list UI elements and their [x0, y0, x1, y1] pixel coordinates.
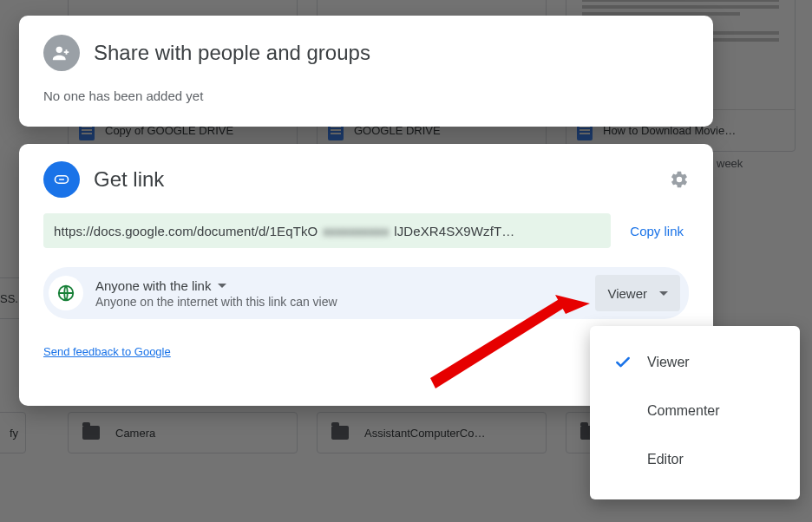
role-option-label: Commenter [647, 403, 720, 419]
settings-icon[interactable] [670, 170, 689, 189]
role-option-label: Viewer [647, 355, 690, 370]
link-icon [43, 161, 80, 198]
url-suffix: lJDeXR4SX9WzfT… [394, 224, 514, 238]
url-prefix: https://docs.google.com/document/d/1EqTk… [54, 224, 318, 238]
share-title: Share with people and groups [94, 41, 370, 65]
share-subtitle: No one has been added yet [43, 88, 689, 103]
chevron-down-icon [659, 291, 668, 296]
role-option-commenter[interactable]: Commenter [590, 387, 800, 435]
link-scope-dropdown[interactable]: Anyone with the link [95, 278, 583, 293]
role-option-label: Editor [647, 452, 684, 467]
scope-subtitle: Anyone on the internet with this link ca… [95, 295, 583, 309]
role-dropdown-button[interactable]: Viewer [595, 275, 680, 311]
link-scope-row: Anyone with the link Anyone on the inter… [43, 267, 689, 319]
copy-link-button[interactable]: Copy link [625, 224, 689, 238]
share-people-card: Share with people and groups No one has … [19, 16, 713, 127]
scope-title: Anyone with the link [95, 278, 211, 293]
send-feedback-link[interactable]: Send feedback to Google [43, 345, 171, 358]
role-option-viewer[interactable]: Viewer [590, 338, 800, 387]
chevron-down-icon [218, 284, 226, 288]
role-label: Viewer [607, 286, 647, 301]
url-redacted: xxxxxxxxxx [323, 224, 389, 238]
svg-point-0 [56, 47, 62, 53]
get-link-title: Get link [94, 167, 656, 192]
person-add-icon [43, 35, 80, 71]
role-option-editor[interactable]: Editor [590, 435, 800, 484]
globe-icon [49, 276, 83, 310]
share-url-field[interactable]: https://docs.google.com/document/d/1EqTk… [43, 213, 611, 248]
role-menu: Viewer Commenter Editor [590, 326, 800, 499]
check-icon [614, 354, 632, 371]
